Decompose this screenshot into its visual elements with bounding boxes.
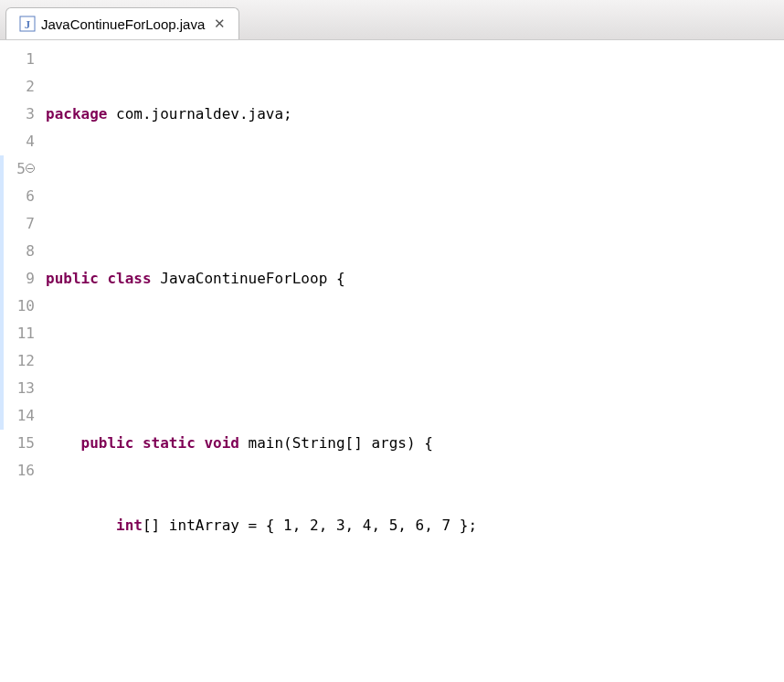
line-number: 6	[0, 183, 35, 210]
code-line: public class JavaContinueForLoop {	[46, 265, 784, 293]
line-number: 2	[0, 73, 35, 101]
code-editor[interactable]: 1 2 3 4 5 6 7 8 9 10 11 12 13 14 15 16 p…	[0, 40, 784, 682]
line-number: 15	[0, 430, 35, 457]
line-number: 16	[0, 457, 35, 485]
code-line	[46, 594, 784, 622]
editor-tab-active[interactable]: J JavaContinueForLoop.java ✕	[5, 7, 239, 39]
code-line	[46, 183, 784, 210]
line-number: 10	[0, 293, 35, 320]
code-line: int[] intArray = { 1, 2, 3, 4, 5, 6, 7 }…	[46, 512, 784, 539]
line-number: 11	[0, 320, 35, 347]
editor-tab-bar: J JavaContinueForLoop.java ✕	[0, 0, 784, 40]
line-number: 12	[0, 347, 35, 375]
code-line: public static void main(String[] args) {	[46, 430, 784, 457]
tab-filename: JavaContinueForLoop.java	[41, 16, 205, 32]
line-number: 7	[0, 210, 35, 238]
line-number: 9	[0, 265, 35, 293]
code-line: // we want to process only even entries	[46, 677, 784, 682]
close-tab-icon[interactable]: ✕	[214, 16, 226, 32]
code-line	[46, 347, 784, 375]
line-number: 8	[0, 238, 35, 265]
code-line: package com.journaldev.java;	[46, 101, 784, 128]
code-content[interactable]: package com.journaldev.java; public clas…	[38, 40, 784, 682]
line-number: 4	[0, 128, 35, 155]
line-number-gutter: 1 2 3 4 5 6 7 8 9 10 11 12 13 14 15 16	[0, 40, 38, 682]
fold-icon[interactable]	[26, 164, 35, 173]
line-number: 14	[0, 402, 35, 430]
line-number: 1	[0, 46, 35, 73]
line-number: 5	[0, 155, 35, 183]
line-number: 3	[0, 101, 35, 128]
svg-text:J: J	[25, 17, 31, 31]
line-number: 13	[0, 375, 35, 402]
java-file-icon: J	[19, 16, 36, 32]
